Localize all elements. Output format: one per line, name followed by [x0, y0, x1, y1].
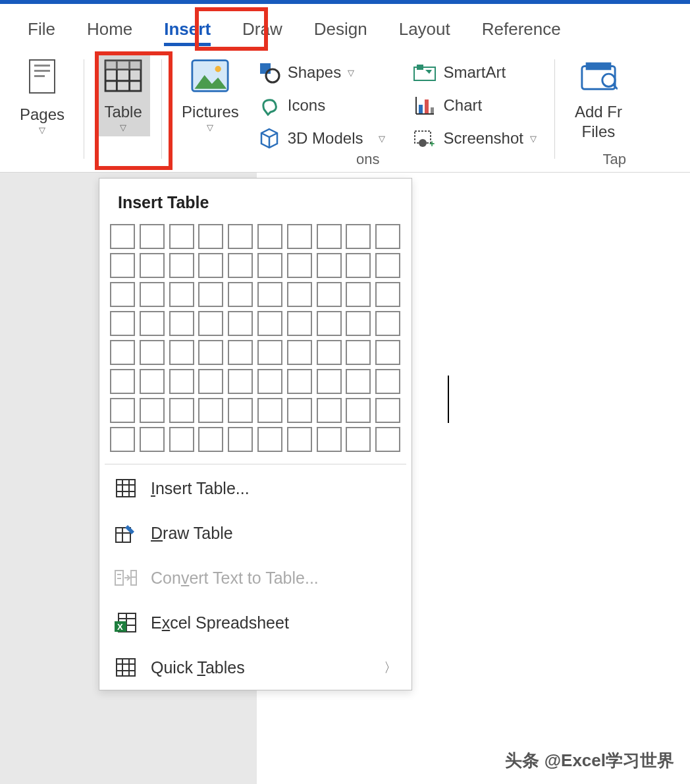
grid-cell[interactable]	[257, 282, 282, 307]
grid-cell[interactable]	[346, 253, 371, 278]
grid-cell[interactable]	[198, 282, 223, 307]
tab-file[interactable]: File	[13, 14, 70, 46]
screenshot-button[interactable]: + Screenshot ▽	[406, 123, 543, 154]
grid-cell[interactable]	[346, 340, 371, 365]
grid-cell[interactable]	[346, 369, 371, 394]
grid-cell[interactable]	[198, 311, 223, 336]
grid-cell[interactable]	[110, 282, 135, 307]
grid-cell[interactable]	[287, 398, 312, 423]
grid-cell[interactable]	[346, 398, 371, 423]
tab-home[interactable]: Home	[72, 14, 147, 46]
grid-cell[interactable]	[198, 427, 223, 452]
grid-cell[interactable]	[317, 311, 342, 336]
table-size-grid[interactable]	[99, 219, 411, 462]
tab-layout[interactable]: Layout	[385, 14, 465, 46]
grid-cell[interactable]	[169, 224, 194, 249]
grid-cell[interactable]	[169, 311, 194, 336]
grid-cell[interactable]	[375, 253, 400, 278]
menu-excel-spreadsheet[interactable]: X Excel Spreadsheet	[99, 600, 411, 645]
grid-cell[interactable]	[110, 311, 135, 336]
grid-cell[interactable]	[346, 224, 371, 249]
grid-cell[interactable]	[375, 427, 400, 452]
grid-cell[interactable]	[140, 282, 165, 307]
grid-cell[interactable]	[257, 398, 282, 423]
grid-cell[interactable]	[317, 340, 342, 365]
pictures-button[interactable]: Pictures ▽	[174, 53, 247, 136]
grid-cell[interactable]	[169, 369, 194, 394]
smartart-button[interactable]: SmartArt	[406, 57, 543, 88]
grid-cell[interactable]	[287, 282, 312, 307]
grid-cell[interactable]	[287, 224, 312, 249]
grid-cell[interactable]	[257, 369, 282, 394]
grid-cell[interactable]	[257, 427, 282, 452]
icons-button[interactable]: Icons	[251, 90, 392, 121]
chart-button[interactable]: Chart	[406, 90, 543, 121]
grid-cell[interactable]	[228, 427, 253, 452]
grid-cell[interactable]	[140, 224, 165, 249]
grid-cell[interactable]	[317, 253, 342, 278]
grid-cell[interactable]	[228, 340, 253, 365]
grid-cell[interactable]	[140, 369, 165, 394]
grid-cell[interactable]	[169, 427, 194, 452]
menu-quick-tables[interactable]: Quick Tables 〉	[99, 645, 411, 690]
grid-cell[interactable]	[375, 369, 400, 394]
grid-cell[interactable]	[228, 282, 253, 307]
grid-cell[interactable]	[198, 253, 223, 278]
3dmodels-button[interactable]: 3D Models ▽	[251, 123, 392, 154]
grid-cell[interactable]	[169, 253, 194, 278]
grid-cell[interactable]	[375, 224, 400, 249]
grid-cell[interactable]	[317, 224, 342, 249]
grid-cell[interactable]	[228, 369, 253, 394]
grid-cell[interactable]	[317, 427, 342, 452]
grid-cell[interactable]	[287, 311, 312, 336]
grid-cell[interactable]	[257, 224, 282, 249]
grid-cell[interactable]	[110, 340, 135, 365]
grid-cell[interactable]	[228, 253, 253, 278]
grid-cell[interactable]	[287, 253, 312, 278]
tab-insert[interactable]: Insert	[149, 14, 225, 46]
grid-cell[interactable]	[140, 340, 165, 365]
grid-cell[interactable]	[346, 311, 371, 336]
grid-cell[interactable]	[375, 311, 400, 336]
grid-cell[interactable]	[317, 398, 342, 423]
grid-cell[interactable]	[287, 427, 312, 452]
grid-cell[interactable]	[228, 398, 253, 423]
menu-insert-table[interactable]: Insert Table...	[99, 466, 411, 511]
grid-cell[interactable]	[287, 340, 312, 365]
addins-button[interactable]: Add Fr Files	[567, 53, 630, 145]
grid-cell[interactable]	[198, 340, 223, 365]
grid-cell[interactable]	[140, 427, 165, 452]
grid-cell[interactable]	[140, 253, 165, 278]
grid-cell[interactable]	[198, 398, 223, 423]
grid-cell[interactable]	[110, 427, 135, 452]
grid-cell[interactable]	[375, 282, 400, 307]
grid-cell[interactable]	[110, 253, 135, 278]
grid-cell[interactable]	[346, 427, 371, 452]
grid-cell[interactable]	[198, 369, 223, 394]
tab-design[interactable]: Design	[300, 14, 382, 46]
shapes-button[interactable]: Shapes ▽	[251, 57, 392, 88]
grid-cell[interactable]	[317, 369, 342, 394]
grid-cell[interactable]	[140, 311, 165, 336]
grid-cell[interactable]	[257, 253, 282, 278]
grid-cell[interactable]	[346, 282, 371, 307]
grid-cell[interactable]	[110, 369, 135, 394]
grid-cell[interactable]	[169, 282, 194, 307]
grid-cell[interactable]	[257, 340, 282, 365]
grid-cell[interactable]	[287, 369, 312, 394]
grid-cell[interactable]	[257, 311, 282, 336]
grid-cell[interactable]	[110, 398, 135, 423]
menu-draw-table[interactable]: Draw Table	[99, 511, 411, 555]
grid-cell[interactable]	[169, 340, 194, 365]
tab-draw[interactable]: Draw	[228, 14, 297, 46]
grid-cell[interactable]	[140, 398, 165, 423]
grid-cell[interactable]	[169, 398, 194, 423]
grid-cell[interactable]	[375, 398, 400, 423]
grid-cell[interactable]	[375, 340, 400, 365]
grid-cell[interactable]	[317, 282, 342, 307]
grid-cell[interactable]	[198, 224, 223, 249]
grid-cell[interactable]	[228, 224, 253, 249]
table-button[interactable]: Table ▽	[96, 53, 150, 136]
pages-button[interactable]: Pages ▽	[12, 53, 72, 139]
grid-cell[interactable]	[228, 311, 253, 336]
